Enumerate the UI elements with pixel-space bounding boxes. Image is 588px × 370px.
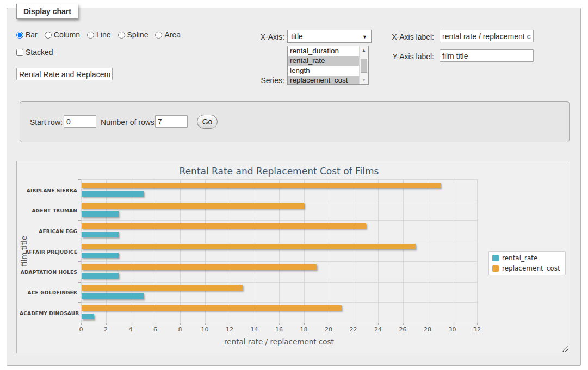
number-of-rows-input[interactable] [155, 115, 188, 128]
series-options: rental_durationrental_ratelengthreplacem… [288, 46, 359, 85]
chart-title-input[interactable] [16, 68, 113, 80]
x-axis-label-input[interactable] [440, 30, 534, 42]
go-button[interactable]: Go [197, 115, 218, 129]
fieldset-legend: Display chart [16, 4, 78, 19]
scroll-down-icon[interactable]: ▼ [360, 76, 368, 84]
x-tick-label: 6 [146, 326, 165, 333]
chevron-down-icon: ▼ [362, 34, 367, 40]
scrollbar-thumb[interactable] [361, 59, 367, 73]
series-option-length[interactable]: length [288, 66, 359, 76]
radio-label-text: Spline [127, 30, 148, 39]
bar-rental-rate [82, 293, 144, 299]
grid-line-vertical [131, 179, 131, 323]
legend-label: replacement_cost [502, 265, 560, 272]
grid-line-vertical [230, 179, 230, 323]
x-axis-selected-value: title [291, 32, 303, 41]
y-axis-label-input[interactable] [440, 49, 534, 62]
legend-item-replacement_cost[interactable]: replacement_cost [492, 265, 560, 272]
scroll-up-icon[interactable]: ▲ [360, 46, 368, 54]
bar-rental-rate [82, 191, 144, 197]
radio-label-text: Area [164, 30, 181, 39]
legend-swatch-icon [492, 265, 499, 272]
radio-label-text: Bar [26, 30, 38, 39]
x-axis-line [81, 323, 478, 323]
series-option-rental_rate[interactable]: rental_rate [288, 56, 359, 66]
chart-container: Rental Rate and Replacement Cost of Film… [16, 161, 570, 353]
x-tick-label: 24 [369, 326, 387, 333]
grid-line-vertical [156, 179, 156, 323]
bar-replacement-cost [82, 244, 416, 250]
radio-area[interactable] [155, 32, 162, 39]
page: Display chart BarColumnLineSplineArea St… [0, 0, 588, 370]
grid-line-vertical [304, 179, 305, 323]
x-tick-label: 4 [121, 326, 140, 333]
y-axis-tick [78, 261, 81, 262]
category-label: ACADEMY DINOSAUR [20, 311, 77, 316]
x-tick-label: 22 [344, 326, 363, 333]
chart-type-radio-group: BarColumnLineSplineArea [16, 30, 181, 39]
series-multiselect[interactable]: rental_durationrental_ratelengthreplacem… [287, 46, 369, 85]
bar-replacement-cost [82, 223, 366, 229]
radio-label-text: Line [96, 30, 110, 39]
x-axis-select-label: X-Axis: [230, 33, 284, 41]
radio-line[interactable] [87, 32, 94, 39]
x-axis-label-label: X-Axis label: [380, 33, 434, 41]
legend-label: rental_rate [502, 254, 537, 262]
bar-replacement-cost [82, 183, 441, 189]
grid-line-vertical [205, 179, 206, 323]
grid-line-vertical [403, 179, 404, 323]
start-row-input[interactable] [64, 115, 96, 128]
grid-line-vertical [255, 179, 255, 323]
chart-title: Rental Rate and Replacement Cost of Film… [81, 166, 477, 177]
x-tick-label: 26 [394, 326, 412, 333]
y-axis-tick [78, 282, 81, 283]
bar-replacement-cost [82, 203, 304, 209]
series-option-rental_duration[interactable]: rental_duration [288, 46, 359, 56]
series-option-replacement_cost[interactable]: replacement_cost [288, 76, 359, 85]
grid-line-vertical [428, 179, 428, 323]
legend-item-rental_rate[interactable]: rental_rate [492, 254, 560, 262]
grid-line-vertical [81, 179, 82, 323]
y-axis-tick [78, 220, 81, 221]
chart-y-axis-title: film title [20, 224, 28, 278]
bar-rental-rate [82, 232, 119, 238]
x-tick-label: 30 [443, 326, 462, 333]
legend-swatch-icon [492, 255, 499, 261]
category-label: AGENT TRUMAN [20, 208, 77, 214]
x-tick-label: 20 [319, 326, 338, 333]
y-axis-label-label: Y-Axis label: [380, 52, 434, 61]
stacked-checkbox[interactable] [16, 49, 23, 56]
x-axis-select[interactable]: title ▼ [287, 30, 372, 43]
stacked-label-text: Stacked [26, 48, 53, 57]
chart-type-radio-bar[interactable]: Bar [16, 30, 38, 39]
series-scrollbar[interactable]: ▲ ▼ [359, 46, 368, 84]
x-tick-label: 8 [171, 326, 189, 333]
y-axis-tick [78, 323, 81, 323]
x-tick-label: 28 [418, 326, 437, 333]
x-tick-label: 0 [72, 326, 90, 333]
stacked-checkbox-label: Stacked [16, 48, 53, 57]
number-of-rows-label: Number of rows: [101, 118, 157, 127]
x-tick-label: 12 [220, 326, 239, 333]
radio-spline[interactable] [118, 32, 125, 39]
chart-type-radio-line[interactable]: Line [87, 30, 110, 39]
bar-rental-rate [82, 211, 119, 217]
x-tick-label: 32 [468, 326, 486, 333]
grid-line-vertical [279, 179, 280, 323]
radio-column[interactable] [45, 32, 52, 39]
grid-line-vertical [329, 179, 329, 323]
bar-replacement-cost [82, 285, 243, 291]
start-row-label: Start row: [30, 118, 63, 127]
grid-line-vertical [477, 179, 478, 323]
bar-rental-rate [82, 253, 119, 259]
chart-type-radio-spline[interactable]: Spline [118, 30, 148, 39]
bar-replacement-cost [82, 305, 342, 311]
chart-legend: rental_ratereplacement_cost [488, 251, 566, 275]
radio-bar[interactable] [16, 32, 23, 39]
stacked-row: Stacked [16, 48, 53, 57]
resize-handle-icon[interactable] [562, 346, 568, 352]
category-label: ACE GOLDFINGER [20, 290, 77, 296]
chart-type-radio-column[interactable]: Column [45, 30, 80, 39]
grid-line-vertical [106, 179, 107, 323]
chart-type-radio-area[interactable]: Area [155, 30, 181, 39]
